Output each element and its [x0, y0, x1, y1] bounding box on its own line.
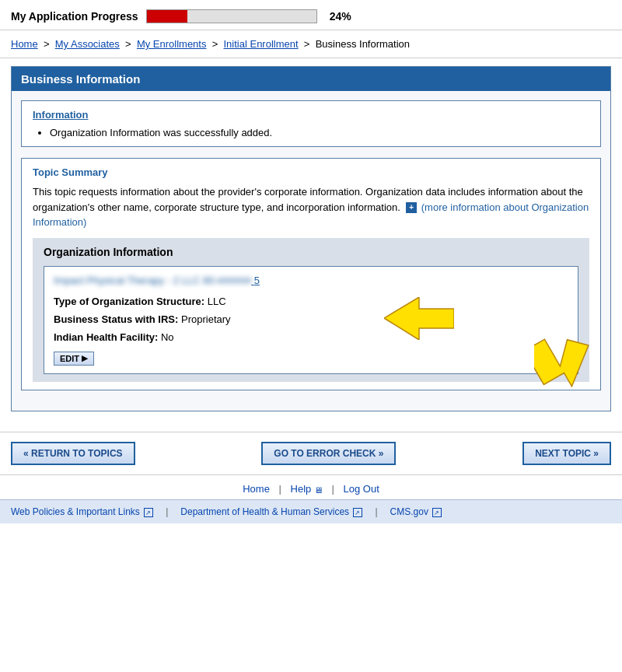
org-record-blurred-name: Impact Physical Therapy - 2 LLC 80-#####… — [54, 275, 251, 286]
progress-label: My Application Progress — [11, 10, 138, 23]
cms-ext-icon — [432, 508, 442, 517]
panel-header: Business Information — [12, 67, 610, 91]
go-to-error-check-button[interactable]: GO TO ERROR CHECK » — [261, 442, 396, 465]
cms-link[interactable]: CMS.gov — [390, 506, 442, 517]
bottom-bar-sep-2: | — [375, 506, 377, 517]
return-to-topics-label: « RETURN TO TOPICS — [23, 448, 123, 459]
topic-summary-title: Topic Summary — [33, 166, 589, 178]
breadcrumb-current: Business Information — [316, 38, 410, 50]
edit-arrow-icon: ▶ — [82, 354, 88, 362]
footer-logout-link[interactable]: Log Out — [344, 483, 379, 495]
progress-bar-outer — [146, 9, 317, 23]
info-box: Information Organization Information was… — [21, 100, 601, 147]
progress-percent: 24% — [330, 10, 351, 23]
business-status-row: Business Status with IRS: Proprietary — [54, 310, 568, 328]
org-fields: Type of Organization Structure: LLC Busi… — [54, 292, 568, 347]
bottom-bar: Web Policies & Important Links | Departm… — [0, 499, 622, 523]
edit-button[interactable]: EDIT ▶ — [54, 352, 94, 366]
web-policies-label: Web Policies & Important Links — [11, 506, 140, 517]
footer-help-label: Help — [291, 483, 312, 495]
indian-health-value: No — [161, 331, 174, 343]
progress-bar-inner — [147, 10, 187, 23]
type-of-org-value: LLC — [208, 296, 226, 307]
breadcrumb-home[interactable]: Home — [11, 38, 38, 50]
breadcrumb-my-enrollments[interactable]: My Enrollments — [137, 38, 207, 50]
business-status-label: Business Status with IRS: — [54, 313, 178, 325]
hhs-ext-icon — [353, 508, 362, 517]
cms-label: CMS.gov — [390, 506, 428, 517]
topic-summary-box: Topic Summary This topic requests inform… — [21, 158, 601, 390]
main-content: Business Information Information Organiz… — [0, 58, 622, 432]
info-box-message: Organization Information was successfull… — [50, 127, 589, 138]
next-topic-label: NEXT TOPIC » — [535, 448, 599, 459]
business-info-panel: Business Information Information Organiz… — [11, 66, 611, 411]
org-record: Impact Physical Therapy - 2 LLC 80-#####… — [44, 266, 578, 374]
indian-health-row: Indian Health Facility: No — [54, 328, 568, 346]
hhs-link[interactable]: Department of Health & Human Services — [180, 506, 362, 517]
bottom-bar-sep-1: | — [166, 506, 168, 517]
org-info-section: Organization Information Impact Physical… — [33, 238, 589, 382]
footer-links: Home | Help 🖥 | Log Out — [0, 474, 622, 499]
topic-summary-text: This topic requests information about th… — [33, 184, 589, 230]
type-of-org-label: Type of Organization Structure: — [54, 296, 204, 307]
footer-help-link[interactable]: Help 🖥 — [291, 483, 326, 495]
business-status-value: Proprietary — [181, 313, 231, 325]
footer-divider-2: | — [332, 483, 337, 495]
indian-health-label: Indian Health Facility: — [54, 331, 158, 343]
plus-icon: + — [406, 202, 417, 213]
breadcrumb-initial-enrollment[interactable]: Initial Enrollment — [224, 38, 299, 50]
type-of-org-row: Type of Organization Structure: LLC — [54, 292, 568, 310]
progress-section: My Application Progress 24% — [0, 0, 622, 30]
footer-divider-1: | — [279, 483, 285, 495]
hhs-label: Department of Health & Human Services — [180, 506, 349, 517]
info-box-list: Organization Information was successfull… — [33, 127, 589, 138]
info-box-title: Information — [33, 109, 589, 121]
org-record-container: Impact Physical Therapy - 2 LLC 80-#####… — [44, 266, 578, 374]
return-to-topics-button[interactable]: « RETURN TO TOPICS — [11, 442, 135, 465]
breadcrumb: Home > My Associates > My Enrollments > … — [0, 30, 622, 58]
footer-home-link[interactable]: Home — [243, 483, 270, 495]
bottom-nav: « RETURN TO TOPICS GO TO ERROR CHECK » N… — [0, 432, 622, 474]
help-monitor-icon: 🖥 — [314, 485, 323, 494]
org-info-title: Organization Information — [44, 246, 578, 258]
web-policies-link[interactable]: Web Policies & Important Links — [11, 506, 153, 517]
org-record-header[interactable]: Impact Physical Therapy - 2 LLC 80-#####… — [54, 275, 568, 286]
breadcrumb-my-associates[interactable]: My Associates — [55, 38, 120, 50]
edit-button-label: EDIT — [60, 354, 79, 363]
org-record-number: 5 — [254, 275, 260, 286]
panel-body: Information Organization Information was… — [12, 91, 610, 411]
web-policies-ext-icon — [144, 508, 153, 517]
go-to-error-check-label: GO TO ERROR CHECK » — [274, 448, 383, 459]
next-topic-button[interactable]: NEXT TOPIC » — [522, 442, 611, 465]
